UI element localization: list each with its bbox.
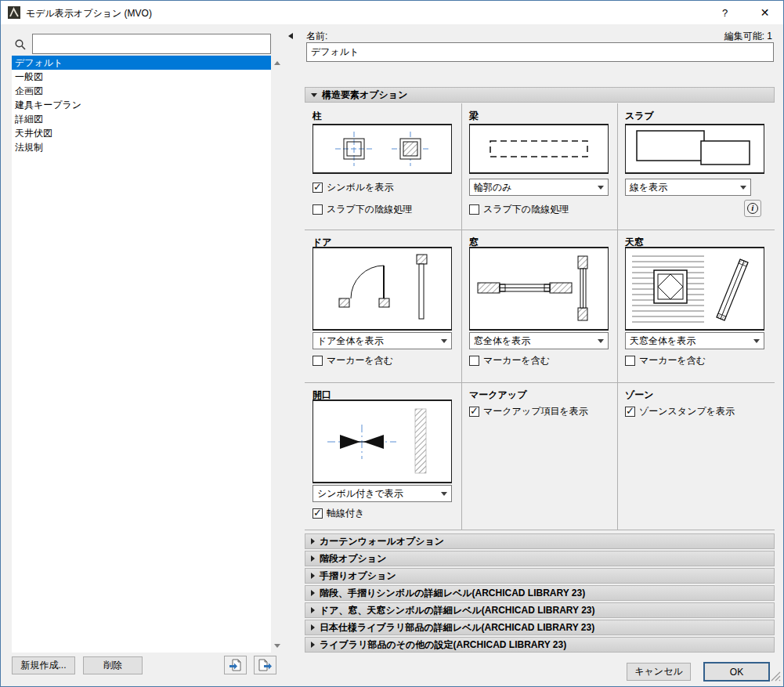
import-icon bbox=[229, 659, 243, 671]
zone-show-stamp-checkbox[interactable]: ゾーンスタンプを表示 bbox=[625, 405, 735, 418]
stair-options-section-header[interactable]: 階段オプション bbox=[305, 551, 775, 566]
section-title: 手摺りオプション bbox=[320, 569, 396, 583]
door-display-dropdown[interactable]: ドア全体を表示 bbox=[313, 332, 452, 349]
column-title: 柱 bbox=[313, 110, 322, 123]
skylight-options-cell: 天窓 bbox=[617, 230, 775, 382]
checkbox-icon[interactable] bbox=[313, 204, 323, 215]
door-window-skylight-symbol-detail-section-header[interactable]: ドア、窓、天窓シンボルの詳細レベル(ARCHICAD LIBRARY 23) bbox=[305, 602, 775, 618]
markup-show-items-checkbox[interactable]: マークアップ項目を表示 bbox=[469, 405, 588, 418]
curtain-wall-options-section-header[interactable]: カーテンウォールオプション bbox=[305, 533, 775, 549]
door-preview-image bbox=[313, 247, 452, 331]
japanese-library-detail-section-header[interactable]: 日本仕様ライブラリ部品の詳細レベル(ARCHICAD LIBRARY 23) bbox=[305, 620, 775, 635]
cancel-button[interactable]: キャンセル bbox=[627, 663, 691, 681]
column-slab-hidden-line-checkbox[interactable]: スラブ下の陰線処理 bbox=[313, 203, 412, 215]
collapse-panel-icon[interactable] bbox=[288, 33, 293, 39]
column-show-symbol-checkbox[interactable]: シンボルを表示 bbox=[313, 181, 393, 193]
slab-title: スラブ bbox=[625, 110, 654, 123]
opening-display-dropdown[interactable]: シンボル付きで表示 bbox=[313, 485, 452, 502]
list-item[interactable]: 天井伏図 bbox=[12, 126, 271, 140]
section-title: カーテンウォールオプション bbox=[320, 535, 444, 548]
skylight-preview-image bbox=[625, 247, 764, 331]
search-input[interactable] bbox=[32, 34, 271, 54]
stair-railing-symbol-detail-section-header[interactable]: 階段、手摺りシンボルの詳細レベル(ARCHICAD LIBRARY 23) bbox=[305, 585, 775, 601]
close-button[interactable]: ✕ bbox=[747, 1, 782, 24]
chevron-down-icon bbox=[437, 339, 451, 343]
checkbox-icon[interactable] bbox=[313, 183, 323, 193]
info-icon: i bbox=[747, 203, 758, 214]
section-title: 構造要素オプション bbox=[322, 89, 407, 102]
help-icon: ? bbox=[722, 7, 728, 19]
checkbox-label: スラブ下の陰線処理 bbox=[327, 203, 412, 216]
structure-options-section-header[interactable]: 構造要素オプション bbox=[305, 87, 775, 103]
list-item[interactable]: 企画図 bbox=[12, 84, 271, 98]
info-button[interactable]: i bbox=[744, 200, 761, 217]
chevron-down-icon bbox=[594, 339, 608, 343]
ok-button[interactable]: OK bbox=[703, 662, 770, 682]
markup-title: マークアップ bbox=[469, 389, 526, 402]
section-title: 日本仕様ライブラリ部品の詳細レベル(ARCHICAD LIBRARY 23) bbox=[320, 621, 594, 635]
search-icon bbox=[14, 38, 27, 51]
checkbox-icon[interactable] bbox=[313, 356, 323, 366]
archicad-app-icon bbox=[8, 6, 20, 19]
scroll-up-icon[interactable] bbox=[271, 56, 284, 69]
list-item[interactable]: 詳細図 bbox=[12, 112, 271, 126]
close-icon: ✕ bbox=[761, 6, 770, 19]
slab-line-dropdown[interactable]: 線を表示 bbox=[625, 179, 751, 196]
opening-options-cell: 開口 シンボル付きで表示 軸線付き bbox=[305, 382, 461, 530]
chevron-down-icon bbox=[437, 492, 451, 496]
skylight-display-dropdown[interactable]: 天窓全体を表示 bbox=[625, 332, 764, 349]
list-item[interactable]: 建具キープラン bbox=[12, 98, 271, 112]
beam-slab-hidden-line-checkbox[interactable]: スラブ下の陰線処理 bbox=[469, 203, 569, 215]
scroll-down-icon[interactable] bbox=[271, 639, 284, 652]
window-preview-image bbox=[469, 247, 609, 331]
new-button[interactable]: 新規作成... bbox=[12, 656, 75, 674]
opening-preview-image bbox=[313, 400, 452, 483]
section-title: 階段オプション bbox=[320, 552, 386, 566]
section-title: ライブラリ部品のその他の設定(ARCHICAD LIBRARY 23) bbox=[320, 638, 566, 652]
window-options-cell: 窓 窓全体を表示 bbox=[461, 230, 617, 382]
opening-axis-checkbox[interactable]: 軸線付き bbox=[313, 507, 364, 519]
checkbox-icon[interactable] bbox=[469, 356, 479, 366]
export-button[interactable] bbox=[254, 656, 276, 674]
checkbox-label: ゾーンスタンプを表示 bbox=[639, 405, 735, 418]
chevron-down-icon bbox=[750, 339, 764, 343]
door-options-cell: ドア ドア全体を表示 マーカーを含む bbox=[305, 230, 461, 382]
section-title: ドア、窓、天窓シンボルの詳細レベル(ARCHICAD LIBRARY 23) bbox=[320, 604, 595, 617]
import-button[interactable] bbox=[224, 656, 247, 674]
chevron-right-icon bbox=[311, 555, 315, 562]
list-item[interactable]: 法規制 bbox=[12, 140, 271, 154]
window-include-marker-checkbox[interactable]: マーカーを含む bbox=[469, 354, 550, 367]
export-icon bbox=[258, 659, 273, 671]
help-button[interactable]: ? bbox=[707, 1, 742, 24]
delete-button[interactable]: 削除 bbox=[83, 656, 143, 674]
beam-options-cell: 梁 輪郭のみ スラブ下の陰線処理 bbox=[461, 103, 617, 230]
skylight-include-marker-checkbox[interactable]: マーカーを含む bbox=[625, 354, 706, 367]
markup-options-cell: マークアップ マークアップ項目を表示 bbox=[461, 382, 617, 530]
chevron-down-icon bbox=[594, 186, 608, 190]
checkbox-icon[interactable] bbox=[625, 407, 635, 417]
window-title: モデル表示オプション (MVO) bbox=[26, 7, 152, 20]
railing-options-section-header[interactable]: 手摺りオプション bbox=[305, 568, 775, 584]
list-scrollbar[interactable] bbox=[271, 56, 284, 653]
checkbox-icon[interactable] bbox=[469, 407, 479, 417]
zone-options-cell: ゾーン ゾーンスタンプを表示 bbox=[617, 382, 775, 530]
zone-title: ゾーン bbox=[625, 389, 654, 402]
structure-options-panel: 柱 シンボルを表示 スラブ下の陰線処理 bbox=[305, 103, 775, 530]
door-include-marker-checkbox[interactable]: マーカーを含む bbox=[313, 354, 393, 367]
window-display-dropdown[interactable]: 窓全体を表示 bbox=[469, 332, 609, 349]
name-input[interactable] bbox=[306, 42, 774, 62]
checkbox-label: シンボルを表示 bbox=[327, 181, 393, 194]
library-misc-settings-section-header[interactable]: ライブラリ部品のその他の設定(ARCHICAD LIBRARY 23) bbox=[305, 637, 775, 653]
checkbox-icon[interactable] bbox=[469, 204, 479, 215]
model-view-options-dialog: モデル表示オプション (MVO) ? ✕ デフォルト 一般図 企画図 建具キープ… bbox=[0, 0, 784, 687]
chevron-right-icon bbox=[311, 590, 315, 596]
checkbox-icon[interactable] bbox=[313, 508, 323, 519]
checkbox-label: スラブ下の陰線処理 bbox=[483, 203, 569, 216]
beam-display-dropdown[interactable]: 輪郭のみ bbox=[469, 179, 609, 196]
list-item[interactable]: 一般図 bbox=[12, 70, 271, 84]
checkbox-icon[interactable] bbox=[625, 356, 635, 366]
resize-grip[interactable] bbox=[771, 671, 781, 684]
column-preview-image bbox=[313, 124, 452, 174]
list-item[interactable]: デフォルト bbox=[12, 56, 271, 70]
checkbox-label: マーカーを含む bbox=[327, 354, 393, 367]
